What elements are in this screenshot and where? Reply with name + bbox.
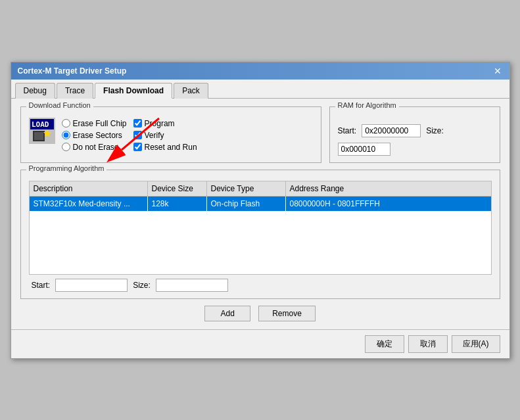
col-address-range: Address Range <box>286 181 491 196</box>
download-function-group: Download Function LOAD <box>20 106 321 163</box>
window-title: Cortex-M Target Driver Setup <box>18 66 127 76</box>
cancel-button[interactable]: 取消 <box>408 335 448 353</box>
start-label: Start: <box>338 126 357 135</box>
cell-device-size: 128k <box>148 197 207 211</box>
tab-bar: Debug Trace Flash Download Pack <box>11 80 509 99</box>
erase-sectors-radio[interactable] <box>62 131 70 139</box>
program-option[interactable]: Program <box>133 119 197 128</box>
col-device-type: Device Type <box>207 181 286 196</box>
svg-rect-4 <box>34 132 43 140</box>
table-header: Description Device Size Device Type Addr… <box>29 181 492 196</box>
flash-options: Program Verify Reset and Run <box>133 119 197 152</box>
ram-algorithm-label: RAM for Algorithm <box>335 101 399 109</box>
tab-trace[interactable]: Trace <box>57 83 93 99</box>
table-row[interactable]: STM32F10x Med-density ... 128k On-chip F… <box>30 197 491 212</box>
tab-debug[interactable]: Debug <box>15 83 55 99</box>
reset-and-run-option[interactable]: Reset and Run <box>133 143 197 152</box>
main-window: Cortex-M Target Driver Setup ✕ Debug Tra… <box>11 62 510 359</box>
col-description: Description <box>30 181 148 196</box>
programming-algorithm-group: Programming Algorithm Description Device… <box>20 170 500 299</box>
algo-size-input[interactable] <box>156 279 228 292</box>
ram-algorithm-group: RAM for Algorithm Start: Size: <box>329 106 500 163</box>
download-function-label: Download Function <box>26 101 93 109</box>
program-checkbox[interactable] <box>133 119 142 128</box>
load-icon: LOAD <box>29 118 55 144</box>
erase-sectors-option[interactable]: Erase Sectors <box>62 131 127 140</box>
df-inner: LOAD Erase Full Chip <box>29 118 313 152</box>
do-not-erase-radio[interactable] <box>62 143 70 151</box>
verify-checkbox[interactable] <box>133 131 142 139</box>
erase-full-chip-option[interactable]: Erase Full Chip <box>62 119 127 128</box>
start-input[interactable] <box>362 124 421 137</box>
main-content: Download Function LOAD <box>11 99 509 329</box>
close-button[interactable]: ✕ <box>492 66 503 76</box>
tab-flash-download[interactable]: Flash Download <box>95 83 172 99</box>
programming-algorithm-label: Programming Algorithm <box>26 164 107 172</box>
algo-size-label: Size: <box>133 281 151 290</box>
erase-options: Erase Full Chip Erase Sectors Do not Era… <box>62 119 127 152</box>
footer-bar: 确定 取消 应用(A) <box>11 329 509 358</box>
cell-device-type: On-chip Flash <box>207 197 286 211</box>
erase-full-chip-radio[interactable] <box>62 119 70 128</box>
algo-table-wrapper: Description Device Size Device Type Addr… <box>29 181 492 292</box>
apply-button[interactable]: 应用(A) <box>452 335 500 353</box>
size-input[interactable] <box>338 143 390 156</box>
svg-text:LOAD: LOAD <box>32 120 49 129</box>
title-bar: Cortex-M Target Driver Setup ✕ <box>11 62 509 80</box>
action-buttons: Add Remove <box>20 306 500 321</box>
size-label: Size: <box>426 126 444 135</box>
algo-bottom-row: Start: Size: <box>29 279 492 292</box>
reset-and-run-checkbox[interactable] <box>133 143 142 151</box>
cell-address-range: 08000000H - 0801FFFFH <box>286 197 491 211</box>
algo-start-label: Start: <box>32 281 51 290</box>
cell-description: STM32F10x Med-density ... <box>30 197 148 211</box>
tab-pack[interactable]: Pack <box>174 83 208 99</box>
add-button[interactable]: Add <box>204 306 250 321</box>
top-panels: Download Function LOAD <box>20 106 500 163</box>
ram-inner: Start: Size: <box>338 124 492 156</box>
verify-option[interactable]: Verify <box>133 131 197 140</box>
do-not-erase-option[interactable]: Do not Erase <box>62 143 127 152</box>
remove-button[interactable]: Remove <box>258 306 316 321</box>
algo-table-body[interactable]: STM32F10x Med-density ... 128k On-chip F… <box>29 196 492 275</box>
col-device-size: Device Size <box>148 181 207 196</box>
algo-start-input[interactable] <box>55 279 128 292</box>
ok-button[interactable]: 确定 <box>365 335 404 353</box>
